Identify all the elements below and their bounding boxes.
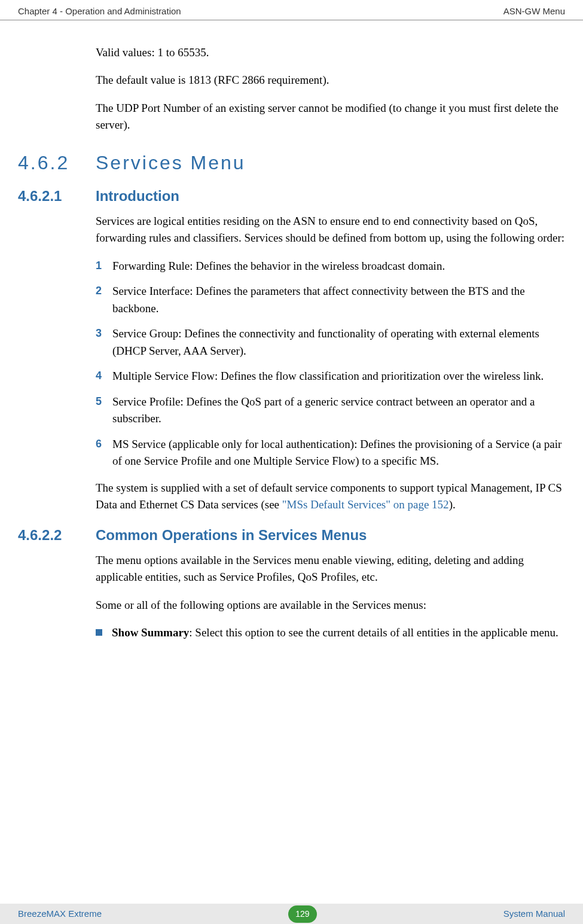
item-text: Forwarding Rule: Defines the behavior in… [112, 258, 565, 275]
body-paragraph: The UDP Port Number of an existing serve… [96, 100, 565, 134]
cross-reference-link[interactable]: "MSs Default Services" on page 152 [282, 498, 449, 511]
item-number: 3 [96, 325, 112, 359]
list-item: 6MS Service (applicable only for local a… [96, 436, 565, 470]
item-text: Service Interface: Defines the parameter… [112, 283, 565, 317]
list-item: 2Service Interface: Defines the paramete… [96, 283, 565, 317]
body-paragraph: Services are logical entities residing o… [96, 213, 565, 247]
body-paragraph: The system is supplied with a set of def… [96, 480, 565, 514]
heading-text: Common Operations in Services Menus [96, 524, 367, 546]
bullet-rest: : Select this option to see the current … [189, 626, 558, 639]
page-content: Valid values: 1 to 65535. The default va… [0, 44, 583, 642]
footer-right: System Manual [503, 907, 565, 921]
body-paragraph: The default value is 1813 (RFC 2866 requ… [96, 72, 565, 89]
body-paragraph: Some or all of the following options are… [96, 597, 565, 614]
heading-introduction: 4.6.2.1 Introduction [18, 185, 565, 207]
ordered-list: 1Forwarding Rule: Defines the behavior i… [96, 258, 565, 470]
page-footer: BreezeMAX Extreme 129 System Manual [0, 904, 583, 924]
bullet-label: Show Summary [112, 626, 189, 639]
header-right: ASN-GW Menu [503, 5, 565, 19]
item-text: MS Service (applicable only for local au… [112, 436, 565, 470]
heading-number: 4.6.2.2 [18, 524, 96, 546]
heading-text: Introduction [96, 185, 179, 207]
body-paragraph: The menu options available in the Servic… [96, 552, 565, 586]
item-text: Show Summary: Select this option to see … [112, 624, 565, 642]
heading-common-operations: 4.6.2.2 Common Operations in Services Me… [18, 524, 565, 546]
list-item: 5Service Profile: Defines the QoS part o… [96, 394, 565, 428]
list-item: 3Service Group: Defines the connectivity… [96, 325, 565, 359]
list-item: Show Summary: Select this option to see … [96, 624, 565, 642]
page-number-badge: 129 [288, 905, 316, 923]
footer-left: BreezeMAX Extreme [18, 907, 102, 921]
item-number: 5 [96, 394, 112, 428]
item-text: Service Group: Defines the connectivity … [112, 325, 565, 359]
header-left: Chapter 4 - Operation and Administration [18, 5, 181, 19]
heading-number: 4.6.2 [18, 148, 96, 177]
bullet-list: Show Summary: Select this option to see … [96, 624, 565, 642]
item-text: Service Profile: Defines the QoS part of… [112, 394, 565, 428]
item-number: 6 [96, 436, 112, 470]
item-number: 1 [96, 258, 112, 275]
heading-services-menu: 4.6.2 Services Menu [18, 148, 565, 177]
item-text: Multiple Service Flow: Defines the flow … [112, 368, 565, 385]
item-number: 4 [96, 368, 112, 385]
heading-number: 4.6.2.1 [18, 185, 96, 207]
trailer-post: ). [449, 498, 456, 511]
page-header: Chapter 4 - Operation and Administration… [0, 0, 583, 20]
list-item: 4Multiple Service Flow: Defines the flow… [96, 368, 565, 385]
item-number: 2 [96, 283, 112, 317]
heading-text: Services Menu [96, 148, 246, 177]
list-item: 1Forwarding Rule: Defines the behavior i… [96, 258, 565, 275]
body-paragraph: Valid values: 1 to 65535. [96, 44, 565, 62]
